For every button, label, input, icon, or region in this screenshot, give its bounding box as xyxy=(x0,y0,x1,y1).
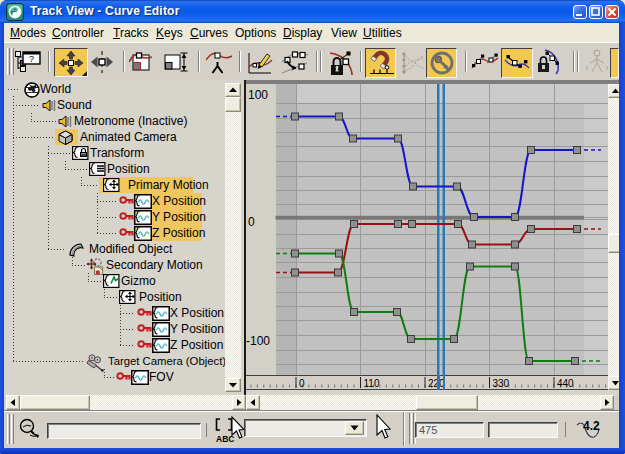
svg-text:440: 440 xyxy=(557,378,574,389)
svg-text:0: 0 xyxy=(299,378,305,389)
svg-text:110: 110 xyxy=(364,378,380,389)
svg-text:330: 330 xyxy=(493,378,510,389)
svg-text:4.2: 4.2 xyxy=(583,419,600,433)
svg-text:?: ? xyxy=(29,54,34,64)
